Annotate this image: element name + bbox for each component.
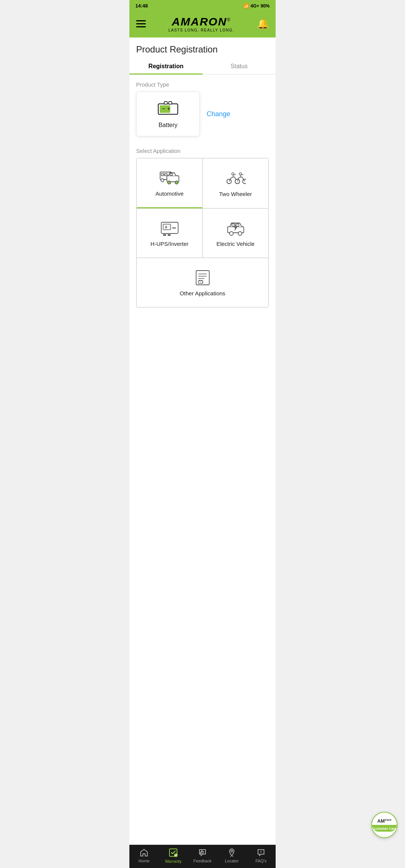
app-automotive[interactable]: Automotive [136, 158, 202, 208]
nav-faqs-label: FAQ's [255, 859, 267, 863]
application-grid-container: Automotive [129, 158, 276, 308]
tabs-container: Registration Status [129, 58, 276, 75]
automotive-label: Automotive [155, 190, 183, 197]
svg-point-13 [168, 181, 171, 184]
svg-point-30 [238, 232, 242, 235]
hups-inverter-label: H-UPS/Inverter [150, 241, 189, 247]
nav-feedback-label: Feedback [194, 859, 212, 863]
feedback-icon [198, 848, 207, 857]
app-electric-vehicle[interactable]: Electric Vehicle [202, 208, 268, 258]
electric-vehicle-icon [225, 219, 246, 236]
svg-rect-7 [161, 174, 164, 176]
application-grid: Automotive [136, 158, 269, 308]
svg-rect-28 [236, 224, 239, 226]
logo-text: AMARON® [168, 15, 234, 28]
automotive-icon [159, 169, 180, 186]
other-applications-icon: − + [192, 269, 213, 286]
hamburger-menu[interactable] [136, 20, 146, 27]
svg-point-18 [243, 179, 246, 184]
home-icon [140, 848, 148, 857]
page-content: Product Registration Registration Status… [129, 37, 276, 861]
svg-point-9 [161, 179, 164, 182]
svg-rect-24 [163, 234, 166, 236]
app-two-wheeler[interactable]: Two Wheeler [202, 158, 268, 208]
app-logo: AMARON® LASTS LONG, REALLY LONG. [168, 15, 234, 32]
nav-locator-label: Locator [225, 859, 239, 863]
two-wheeler-label: Two Wheeler [219, 191, 252, 197]
svg-line-43 [230, 856, 232, 857]
electric-vehicle-label: Electric Vehicle [216, 241, 255, 247]
svg-rect-23 [172, 227, 176, 229]
svg-point-42 [231, 850, 233, 852]
svg-point-20 [239, 173, 242, 175]
logo-tagline: LASTS LONG, REALLY LONG. [168, 28, 234, 32]
svg-point-29 [230, 232, 233, 235]
network-type: 4G+ [250, 3, 259, 9]
faqs-icon: ? [256, 848, 266, 857]
svg-text:− +: − + [200, 281, 203, 283]
tab-status[interactable]: Status [202, 58, 276, 74]
battery-icon: + − [157, 99, 179, 118]
product-type-label: Product Type [129, 75, 276, 91]
product-type-area: + − Battery Change [129, 91, 276, 136]
nav-warranty-label: Warranty [165, 859, 182, 864]
svg-text:−: − [162, 106, 165, 112]
nav-locator[interactable]: Locator [220, 848, 243, 863]
svg-rect-1 [164, 102, 167, 104]
tab-registration[interactable]: Registration [129, 58, 202, 74]
svg-rect-25 [168, 234, 171, 236]
app-hups-inverter[interactable]: H-UPS/Inverter [136, 208, 202, 258]
svg-rect-12 [170, 174, 172, 175]
nav-home-label: Home [138, 859, 149, 863]
nav-home[interactable]: Home [133, 848, 155, 863]
two-wheeler-icon [225, 169, 246, 186]
app-header: AMARON® LASTS LONG, REALLY LONG. 🔔 [129, 12, 276, 37]
svg-text:?: ? [260, 850, 262, 854]
nav-feedback[interactable]: Feedback [191, 848, 214, 863]
nav-warranty[interactable]: Warranty [162, 848, 184, 864]
status-bar: 14:48 📶 4G+ 90% [129, 0, 276, 12]
battery-level: 90% [261, 3, 270, 9]
svg-line-44 [232, 856, 233, 857]
page-title: Product Registration [129, 37, 276, 58]
signal-icon: 📶 [243, 3, 249, 9]
status-time: 14:48 [135, 3, 148, 9]
nav-faqs[interactable]: ? FAQ's [250, 848, 272, 863]
bottom-navigation: Home Warranty Feedback Lo [129, 845, 276, 868]
app-other-applications[interactable]: − + Other Applications [136, 258, 268, 307]
svg-rect-2 [169, 102, 172, 104]
battery-label: Battery [159, 122, 178, 129]
warranty-icon [168, 848, 178, 858]
status-indicators: 📶 4G+ 90% [243, 3, 270, 9]
svg-point-14 [175, 181, 178, 184]
notification-bell-icon[interactable]: 🔔 [257, 18, 269, 30]
locator-icon [227, 848, 236, 857]
select-application-label: Select Application [129, 141, 276, 158]
svg-rect-27 [232, 224, 235, 226]
battery-product-card[interactable]: + − Battery [136, 91, 200, 136]
svg-point-19 [232, 173, 234, 175]
svg-rect-8 [165, 174, 167, 176]
other-applications-label: Other Applications [180, 290, 225, 296]
change-button[interactable]: Change [207, 110, 230, 118]
hups-inverter-icon [159, 219, 180, 236]
svg-text:+: + [167, 106, 170, 112]
